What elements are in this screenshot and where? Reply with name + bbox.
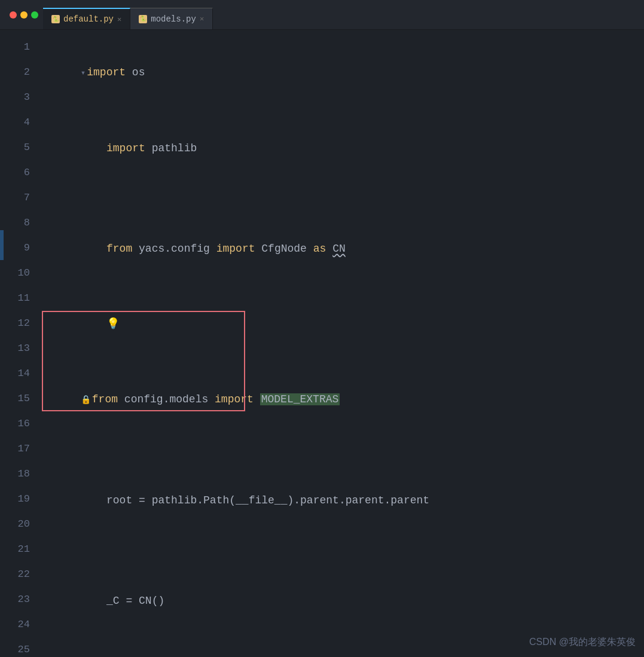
- title-bar: 🐍 default.py ✕ 🐍 models.py ✕: [0, 0, 644, 30]
- tab-close-icon-2[interactable]: ✕: [200, 14, 204, 23]
- code-line-4: from yacs.config import CfgNode as CN: [39, 211, 644, 286]
- line-numbers: 1 2 3 4 5 6 7 8 9 10 11 12 13 14 15 16 1…: [4, 30, 39, 657]
- minimize-button[interactable]: [20, 11, 28, 19]
- code-line-9: [39, 538, 644, 563]
- collapse-icon[interactable]: ▾: [81, 68, 86, 78]
- code-line-2: import pathlib: [39, 111, 644, 186]
- code-line-6: 🔒from config.models import MODEL_EXTRAS: [39, 362, 644, 438]
- lock-icon: 🔒: [81, 395, 91, 405]
- lightbulb-icon: 💡: [81, 318, 120, 330]
- code-line-8: root = pathlib.Path(__file__).parent.par…: [39, 463, 644, 538]
- close-button[interactable]: [10, 11, 17, 19]
- tab-close-icon[interactable]: ✕: [117, 15, 121, 24]
- tab-default-py[interactable]: 🐍 default.py ✕: [43, 8, 130, 29]
- editor-area: 1 2 3 4 5 6 7 8 9 10 11 12 13 14 15 16 1…: [0, 30, 644, 657]
- code-content[interactable]: ▾import os import pathlib from yacs.conf…: [39, 30, 644, 657]
- python-file-icon: 🐍: [51, 15, 60, 23]
- code-line-3: [39, 186, 644, 211]
- watermark: CSDN @我的老婆朱英俊: [529, 636, 636, 649]
- code-line-1: ▾import os: [39, 35, 644, 111]
- code-line-5: 💡: [39, 286, 644, 362]
- maximize-button[interactable]: [31, 11, 38, 19]
- tab-label-2: models.py: [151, 14, 196, 24]
- python-file-icon-2: 🐍: [139, 15, 147, 23]
- tab-models-py[interactable]: 🐍 models.py ✕: [130, 8, 213, 29]
- window-controls: [5, 0, 43, 30]
- code-line-10: _C = CN(): [39, 563, 644, 638]
- code-line-7: [39, 438, 644, 463]
- tab-label: default.py: [63, 14, 114, 24]
